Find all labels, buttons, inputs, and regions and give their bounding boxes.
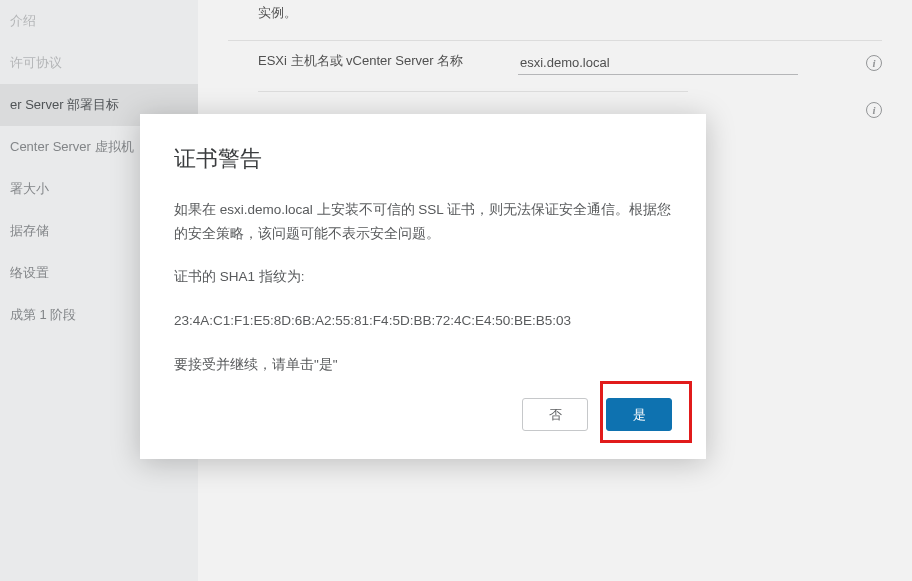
modal-sha-label: 证书的 SHA1 指纹为: (174, 265, 672, 289)
modal-title: 证书警告 (174, 144, 672, 174)
instruction-highlight (600, 381, 692, 443)
modal-buttons: 否 是 (174, 398, 672, 431)
no-button[interactable]: 否 (522, 398, 588, 431)
modal-accept-hint: 要接受并继续，请单击"是" (174, 353, 672, 377)
modal-sha-value: 23:4A:C1:F1:E5:8D:6B:A2:55:81:F4:5D:BB:7… (174, 309, 672, 333)
modal-body: 如果在 esxi.demo.local 上安装不可信的 SSL 证书，则无法保证… (174, 198, 672, 245)
